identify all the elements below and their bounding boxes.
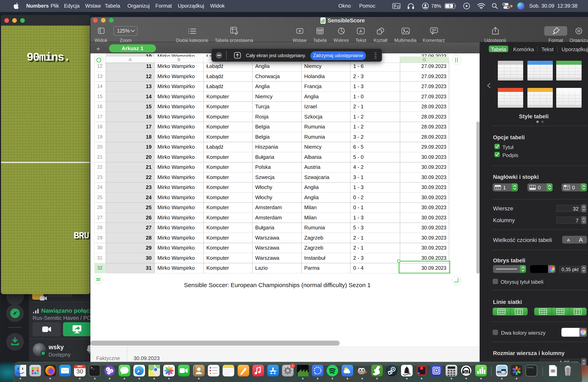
- svg-text:t: t: [108, 372, 109, 374]
- svg-text:x: x: [111, 370, 112, 372]
- svg-text:BLE: BLE: [465, 371, 469, 373]
- svg-text:t: t: [107, 368, 108, 371]
- svg-text:A: A: [359, 29, 362, 33]
